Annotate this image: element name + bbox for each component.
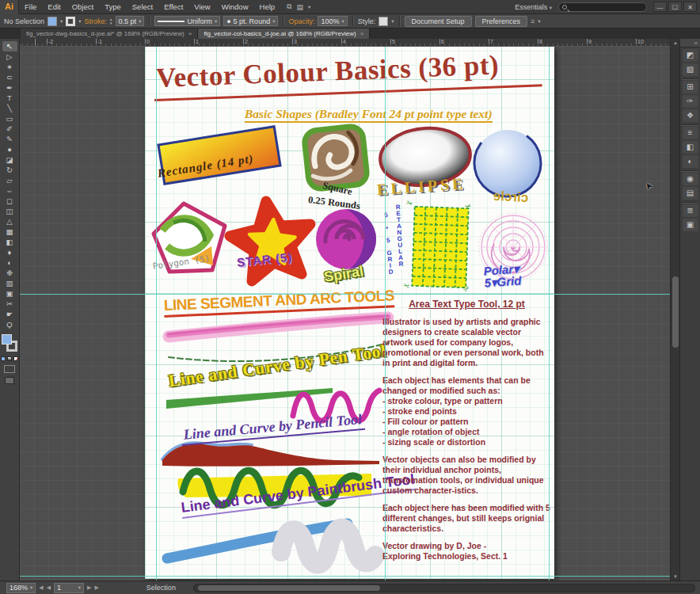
style-dropdown-icon[interactable]: ▾ [391, 18, 394, 25]
horizontal-ruler[interactable]: -2-1012345678910 [20, 39, 670, 47]
opacity-label[interactable]: Opacity: [288, 17, 314, 25]
tool-magic-wand[interactable]: ✶ [2, 62, 17, 72]
tool-mesh[interactable]: ▦ [2, 227, 17, 237]
fill-color-swatch[interactable] [48, 17, 57, 26]
variable-width-select[interactable]: Uniform ▾ [154, 16, 220, 26]
tool-zoom[interactable]: Ϙ [2, 319, 17, 329]
bridge-icon[interactable]: ⧉ [287, 2, 291, 11]
tool-gradient[interactable]: ◧ [2, 237, 17, 247]
previous-artboard-icon[interactable]: ◀ [47, 584, 51, 591]
preferences-button[interactable]: Preferences [475, 16, 528, 27]
drawing-mode-button[interactable] [4, 365, 15, 373]
tool-type[interactable]: T [2, 93, 17, 103]
fill-dropdown-icon[interactable]: ▾ [60, 18, 63, 25]
panel-color-guide-icon[interactable]: ▧ [683, 63, 698, 76]
guide-vertical[interactable] [156, 47, 157, 581]
tool-rotate[interactable]: ↻ [2, 165, 17, 175]
menu-select[interactable]: Select [127, 0, 158, 14]
panel-appearance-icon[interactable]: ◉ [683, 173, 698, 185]
panel-transparency-icon[interactable]: ◐ [683, 155, 698, 168]
menu-effect[interactable]: Effect [158, 0, 188, 14]
menu-type[interactable]: Type [99, 0, 127, 14]
panel-swatches-icon[interactable]: ⊞ [683, 81, 698, 93]
tool-symbol-sprayer[interactable]: ❉ [2, 268, 17, 278]
horizontal-scroll-thumb[interactable] [198, 585, 380, 591]
document-setup-button[interactable]: Document Setup [405, 16, 472, 27]
style-swatch[interactable] [379, 17, 388, 26]
tab-close-icon[interactable]: × [360, 30, 364, 37]
gradient-mode-button[interactable] [7, 356, 12, 361]
canvas-viewport[interactable]: Vector Colour Basics (36 pt) Basic Shape… [20, 47, 670, 581]
artboard[interactable]: Vector Colour Basics (36 pt) Basic Shape… [145, 47, 554, 579]
minimize-button[interactable]: — [653, 2, 667, 12]
fill-proxy[interactable] [2, 334, 12, 345]
last-artboard-icon[interactable]: ▶ [94, 584, 98, 591]
stroke-weight-field[interactable]: 0.5 pt ▾ [116, 16, 145, 26]
first-artboard-icon[interactable]: ◀ [39, 584, 43, 591]
screen-mode-button[interactable] [5, 377, 14, 384]
tool-line-segment[interactable]: ╲ [2, 103, 17, 113]
stepper-down-icon[interactable]: ▾ [110, 21, 112, 25]
tool-pencil[interactable]: ✎ [2, 134, 17, 144]
arrange-documents-icon[interactable]: ▤ [297, 3, 304, 11]
menu-object[interactable]: Object [67, 0, 99, 14]
tool-slice[interactable]: ✂ [2, 299, 17, 309]
arrange-documents-dropdown-icon[interactable]: ▾ [308, 4, 310, 10]
document-tab-inactive[interactable]: fig_vector-dwg-basics_d-joe.ai* @ 168% (… [21, 29, 198, 39]
panel-color-icon[interactable]: ◩ [683, 49, 698, 62]
rectangular-grid-shape[interactable] [412, 207, 468, 287]
menu-help[interactable]: Help [254, 0, 281, 14]
search-input[interactable] [558, 2, 647, 12]
guide-vertical[interactable] [385, 47, 386, 581]
document-tab-active[interactable]: fig_vector-col-basics_d-joe.ai @ 168% (R… [198, 29, 370, 39]
tool-perspective-grid[interactable]: △ [2, 216, 17, 227]
tool-rectangle[interactable]: ▭ [2, 113, 17, 124]
guide-horizontal[interactable] [20, 576, 670, 577]
menu-file[interactable]: File [19, 0, 42, 14]
tool-blob-brush[interactable]: ● [2, 144, 17, 154]
tool-scale[interactable]: ▱ [2, 175, 17, 185]
panel-brushes-icon[interactable]: ✑ [683, 95, 698, 108]
tool-eyedropper[interactable]: ♦ [2, 247, 17, 257]
tool-blend[interactable]: ◐ [2, 257, 17, 268]
brush-definition-select[interactable]: ● 5 pt. Round ▾ [223, 16, 278, 26]
tool-eraser[interactable]: ◪ [2, 154, 17, 165]
menu-edit[interactable]: Edit [42, 0, 66, 14]
artboard-number-field[interactable]: 1 ▾ [54, 583, 84, 593]
vertical-scroll-thumb[interactable] [672, 276, 679, 348]
dock-expand-icon[interactable]: « [680, 39, 700, 48]
menu-window[interactable]: Window [216, 0, 254, 14]
panel-stroke-icon[interactable]: ≡ [683, 127, 698, 139]
tool-width[interactable]: ⇔ [2, 185, 17, 196]
spiral-shape[interactable] [316, 209, 376, 269]
tool-paintbrush[interactable]: ✐ [2, 124, 17, 134]
tool-free-transform[interactable]: ◻ [2, 196, 17, 206]
color-mode-button[interactable] [1, 356, 6, 361]
tool-selection[interactable]: ↖ [2, 41, 17, 51]
tool-lasso[interactable]: ⊂ [2, 72, 17, 82]
menu-view[interactable]: View [188, 0, 215, 14]
fill-stroke-indicator[interactable] [2, 334, 17, 353]
close-button[interactable]: ✕ [683, 2, 697, 12]
tab-close-icon[interactable]: × [188, 30, 192, 37]
rounded-square-shape[interactable] [303, 125, 367, 189]
tool-direct-selection[interactable]: ▷ [2, 51, 17, 62]
stroke-label[interactable]: Stroke: [85, 17, 108, 25]
stroke-weight-stepper[interactable]: ▴ ▾ [110, 17, 112, 25]
opacity-field[interactable]: 100% ▾ [318, 16, 347, 26]
panel-layers-icon[interactable]: ≣ [683, 204, 698, 217]
stroke-color-swatch[interactable] [66, 17, 75, 26]
panel-gradient-icon[interactable]: ◧ [683, 141, 698, 154]
tool-artboard[interactable]: ▣ [2, 288, 17, 299]
panel-symbols-icon[interactable]: ❖ [683, 109, 698, 122]
none-mode-button[interactable] [13, 356, 18, 361]
tool-hand[interactable]: ☛ [2, 309, 17, 319]
zoom-level-select[interactable]: 168% ▾ [6, 583, 36, 593]
stroke-dropdown-icon[interactable]: ▾ [78, 18, 81, 25]
panel-artboards-icon[interactable]: ▣ [683, 219, 698, 231]
panel-menu-dropdown-icon[interactable]: ▾ [538, 18, 540, 25]
panel-menu-icon[interactable]: ≡ [531, 17, 535, 25]
guide-vertical[interactable] [549, 47, 550, 581]
workspace-switcher[interactable]: Essentials ▾ [515, 3, 552, 11]
next-artboard-icon[interactable]: ▶ [87, 584, 91, 591]
